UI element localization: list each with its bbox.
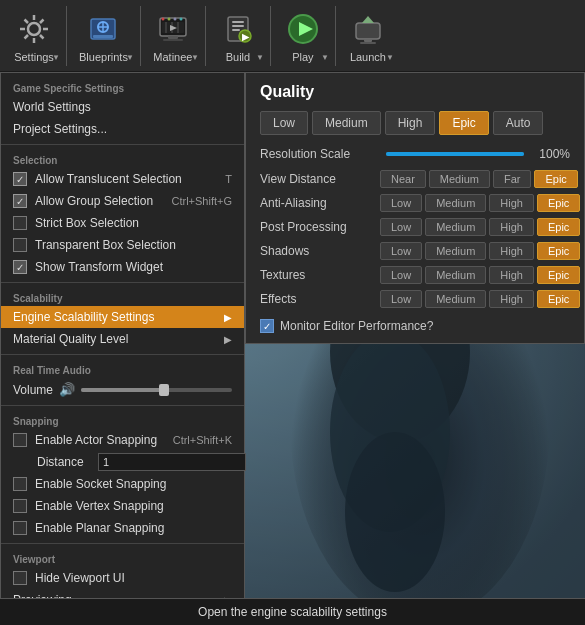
menu-item-strict-box[interactable]: Strict Box Selection — [1, 212, 244, 234]
menu-item-allow-translucent[interactable]: Allow Translucent Selection T — [1, 168, 244, 190]
svg-rect-13 — [93, 35, 113, 38]
launch-button[interactable]: Launch ▼ — [338, 2, 398, 70]
menu-item-hide-viewport-ui[interactable]: Hide Viewport UI — [1, 567, 244, 589]
menu-item-material-quality[interactable]: Material Quality Level ▶ — [1, 328, 244, 350]
matinee-button[interactable]: Matinee ▼ — [143, 2, 203, 70]
divider-c — [1, 354, 244, 355]
settings-button[interactable]: Settings ▼ — [4, 2, 64, 70]
shadows-low[interactable]: Low — [380, 242, 422, 260]
effects-medium[interactable]: Medium — [425, 290, 486, 308]
svg-point-16 — [167, 17, 170, 20]
anti-aliasing-high[interactable]: High — [489, 194, 534, 212]
scale-row-post-processing: Post Processing Low Medium High Epic — [260, 217, 570, 237]
shadows-high[interactable]: High — [489, 242, 534, 260]
blueprints-icon — [83, 9, 123, 49]
shadows-medium[interactable]: Medium — [425, 242, 486, 260]
post-processing-low[interactable]: Low — [380, 218, 422, 236]
quality-btn-epic[interactable]: Epic — [439, 111, 488, 135]
monitor-checkbox[interactable] — [260, 319, 274, 333]
scale-row-effects: Effects Low Medium High Epic — [260, 289, 570, 309]
svg-point-42 — [345, 432, 445, 592]
svg-point-18 — [179, 17, 182, 20]
effects-low[interactable]: Low — [380, 290, 422, 308]
svg-point-17 — [173, 17, 176, 20]
anti-aliasing-medium[interactable]: Medium — [425, 194, 486, 212]
view-distance-epic[interactable]: Epic — [534, 170, 577, 188]
svg-rect-24 — [168, 36, 178, 39]
menu-item-planar-snapping[interactable]: Enable Planar Snapping — [1, 517, 244, 539]
build-button[interactable]: ▶ Build ▼ — [208, 2, 268, 70]
svg-line-5 — [25, 19, 29, 23]
volume-slider-fill — [81, 388, 164, 392]
svg-line-6 — [40, 35, 44, 39]
shadows-epic[interactable]: Epic — [537, 242, 580, 260]
main-area: ⊞ ↺ ⤢ Game Specific Settings World Setti… — [0, 72, 585, 625]
submenu-arrow-material: ▶ — [224, 334, 232, 345]
textures-epic[interactable]: Epic — [537, 266, 580, 284]
svg-rect-27 — [232, 21, 244, 23]
anti-aliasing-low[interactable]: Low — [380, 194, 422, 212]
textures-label: Textures — [260, 268, 380, 282]
svg-line-8 — [25, 35, 29, 39]
textures-low[interactable]: Low — [380, 266, 422, 284]
checkbox-vertex-snapping — [13, 499, 27, 513]
matinee-dropdown-arrow: ▼ — [191, 53, 199, 62]
menu-item-vertex-snapping[interactable]: Enable Vertex Snapping — [1, 495, 244, 517]
checkbox-hide-viewport-ui — [13, 571, 27, 585]
post-processing-high[interactable]: High — [489, 218, 534, 236]
quality-btn-auto[interactable]: Auto — [493, 111, 544, 135]
svg-rect-36 — [364, 39, 372, 42]
quality-btn-low[interactable]: Low — [260, 111, 308, 135]
effects-high[interactable]: High — [489, 290, 534, 308]
blueprints-button[interactable]: Blueprints ▼ — [69, 2, 138, 70]
volume-slider[interactable] — [81, 388, 232, 392]
menu-item-show-transform[interactable]: Show Transform Widget — [1, 256, 244, 278]
monitor-row: Monitor Editor Performance? — [260, 319, 570, 333]
resolution-scale-value: 100% — [530, 147, 570, 161]
textures-high[interactable]: High — [489, 266, 534, 284]
tooltip-text: Open the engine scalability settings — [198, 605, 387, 619]
scale-row-shadows: Shadows Low Medium High Epic — [260, 241, 570, 261]
svg-rect-29 — [232, 29, 240, 31]
post-processing-epic[interactable]: Epic — [537, 218, 580, 236]
quality-btn-medium[interactable]: Medium — [312, 111, 381, 135]
settings-dropdown-arrow: ▼ — [52, 53, 60, 62]
textures-buttons: Low Medium High Epic — [380, 266, 580, 284]
svg-rect-25 — [163, 39, 183, 41]
post-processing-label: Post Processing — [260, 220, 380, 234]
section-audio: Real Time Audio — [1, 359, 244, 378]
resolution-scale-row: Resolution Scale 100% — [260, 147, 570, 161]
post-processing-medium[interactable]: Medium — [425, 218, 486, 236]
checkbox-socket-snapping — [13, 477, 27, 491]
menu-item-world-settings[interactable]: World Settings — [1, 96, 244, 118]
volume-icon: 🔊 — [59, 382, 75, 397]
section-game-specific: Game Specific Settings — [1, 77, 244, 96]
svg-line-7 — [40, 19, 44, 23]
play-label: Play — [292, 51, 313, 63]
scalability-panel: Quality Low Medium High Epic Auto Resolu… — [245, 72, 585, 344]
textures-medium[interactable]: Medium — [425, 266, 486, 284]
view-distance-near[interactable]: Near — [380, 170, 426, 188]
menu-item-actor-snapping[interactable]: Enable Actor Snapping Ctrl+Shift+K — [1, 429, 244, 451]
view-distance-medium[interactable]: Medium — [429, 170, 490, 188]
svg-rect-28 — [232, 25, 244, 27]
menu-item-transparent-box[interactable]: Transparent Box Selection — [1, 234, 244, 256]
resolution-scale-slider[interactable] — [386, 152, 524, 156]
menu-item-allow-group[interactable]: Allow Group Selection Ctrl+Shift+G — [1, 190, 244, 212]
anti-aliasing-epic[interactable]: Epic — [537, 194, 580, 212]
scale-row-anti-aliasing: Anti-Aliasing Low Medium High Epic — [260, 193, 570, 213]
play-button[interactable]: Play ▼ — [273, 2, 333, 70]
settings-label: Settings — [14, 51, 54, 63]
play-icon — [283, 9, 323, 49]
menu-item-engine-scalability[interactable]: Engine Scalability Settings ▶ — [1, 306, 244, 328]
menu-item-project-settings[interactable]: Project Settings... — [1, 118, 244, 140]
effects-epic[interactable]: Epic — [537, 290, 580, 308]
view-distance-far[interactable]: Far — [493, 170, 532, 188]
checkbox-planar-snapping — [13, 521, 27, 535]
svg-rect-34 — [356, 23, 380, 39]
divider-d — [1, 405, 244, 406]
menu-item-socket-snapping[interactable]: Enable Socket Snapping — [1, 473, 244, 495]
distance-input[interactable] — [98, 453, 246, 471]
quality-btn-high[interactable]: High — [385, 111, 436, 135]
quality-buttons: Low Medium High Epic Auto — [260, 111, 570, 135]
